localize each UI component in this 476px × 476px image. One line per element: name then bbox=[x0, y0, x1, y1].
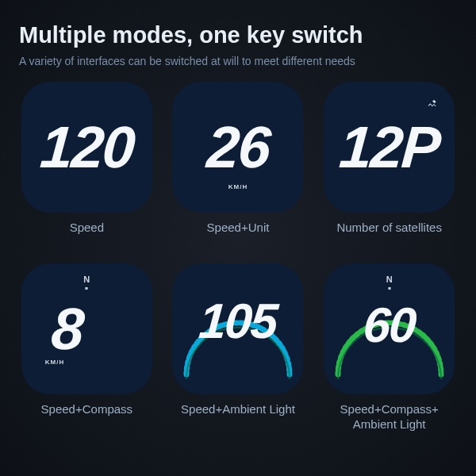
mode-speed-unit: 26 KM/H Speed+Unit bbox=[171, 82, 306, 252]
mode-caption: Speed bbox=[70, 221, 104, 252]
page-title: Multiple modes, one key switch bbox=[19, 22, 457, 48]
speed-value: 120 bbox=[38, 118, 136, 177]
speed-value: 60 bbox=[362, 301, 416, 350]
mode-tile[interactable]: N 8 KM/H bbox=[21, 263, 152, 394]
modes-grid: 120 Speed 26 KM/H Speed+Unit 12P Number … bbox=[19, 82, 457, 434]
speed-value: 8 bbox=[49, 300, 84, 359]
speed-value: 26 bbox=[205, 118, 271, 177]
mode-caption: Speed+Unit bbox=[207, 221, 270, 252]
mode-speed-compass-light: N 60 Speed+Compass+ Ambient Light bbox=[321, 263, 457, 434]
satellite-value: 12P bbox=[337, 118, 441, 177]
unit-label: KM/H bbox=[228, 183, 248, 190]
compass-dot-icon bbox=[388, 287, 390, 290]
mode-caption: Number of satellites bbox=[336, 221, 442, 252]
mode-satellites: 12P Number of satellites bbox=[321, 82, 457, 252]
mode-caption: Speed+Compass bbox=[41, 402, 133, 434]
speed-value: 105 bbox=[198, 297, 278, 346]
mode-tile[interactable]: 120 bbox=[21, 82, 152, 213]
compass-n-icon: N bbox=[83, 274, 90, 284]
mode-speed: 120 Speed bbox=[19, 82, 155, 252]
mode-tile[interactable]: 12P bbox=[324, 82, 455, 213]
mode-speed-light: 105 Speed+Ambient Light bbox=[171, 263, 306, 434]
mode-caption: Speed+Compass+ Ambient Light bbox=[321, 402, 457, 434]
mode-caption: Speed+Ambient Light bbox=[181, 402, 295, 434]
compass-n-icon: N bbox=[386, 274, 393, 284]
page-subtitle: A variety of interfaces can be switched … bbox=[19, 55, 457, 67]
mode-tile[interactable]: N 60 bbox=[324, 263, 455, 394]
mode-speed-compass: N 8 KM/H Speed+Compass bbox=[19, 263, 155, 434]
mode-tile[interactable]: 105 bbox=[172, 263, 303, 394]
satellite-icon bbox=[426, 98, 439, 113]
compass-dot-icon bbox=[86, 287, 88, 290]
mode-tile[interactable]: 26 KM/H bbox=[172, 82, 303, 213]
